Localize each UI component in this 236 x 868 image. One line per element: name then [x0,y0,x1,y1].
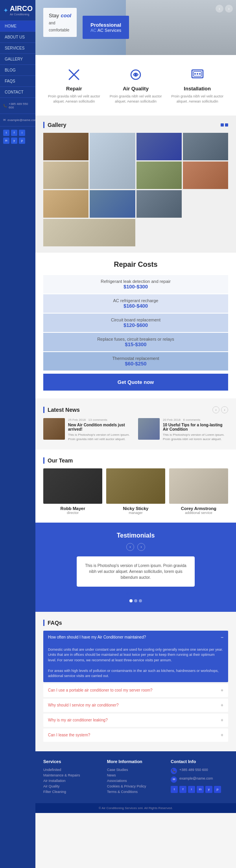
footer-link-news[interactable]: News [107,773,164,777]
news-arrows: ‹ › [212,406,228,413]
facebook-icon[interactable]: f [11,130,17,136]
testimonials-next-arrow[interactable]: › [137,543,145,551]
faq-toggle-1[interactable]: − [221,635,223,640]
footer-pinterest-icon[interactable]: p [214,786,221,793]
footer-instagram-icon[interactable]: i [188,786,195,793]
sidebar-phone: 📞 +385 489 550 600 [0,98,35,114]
hero-prev-arrow[interactable]: ‹ [216,5,223,13]
linkedin-icon[interactable]: in [3,138,9,144]
installation-title: Installation [170,86,224,92]
footer-grid: Services Undefinited Maintenance & Repai… [43,759,228,795]
sidebar-item-faqs[interactable]: FAQS [0,76,35,87]
repair-item-5: Thermostat replacement $60-$250 [43,352,228,371]
faq-question-5[interactable]: Can I lease the system? + [43,729,228,742]
gallery-item[interactable] [43,161,88,189]
main-content: ‹ › Stay cool and comfortable Profession… [35,0,236,868]
hero-comfortable: comfortable [49,28,69,32]
faq-question-2[interactable]: Can I use a portable air conditioner to … [43,684,228,697]
news-title-1[interactable]: New Air Condition models just arrived! [68,423,133,431]
footer-services-col: Services Undefinited Maintenance & Repai… [43,759,101,795]
twitter-icon[interactable]: t [3,130,9,136]
testimonials-prev-arrow[interactable]: ‹ [126,543,134,551]
gallery-item[interactable] [183,161,228,189]
footer-link-cookies[interactable]: Cookies & Privacy Policy [107,784,164,788]
faq-question-text-5: Can I lease the system? [48,733,90,737]
faq-question-4[interactable]: Why is my air conditioner leaking? + [43,714,228,727]
gallery-section: Gallery [35,116,236,253]
footer-email-text: example@name.com [179,776,213,780]
repair-price-4: $15-$300 [49,341,223,347]
news-prev-arrow[interactable]: ‹ [212,406,219,413]
youtube-icon[interactable]: y [11,138,17,144]
test-dot-2[interactable] [134,599,137,602]
team-photo-3 [169,468,228,504]
footer-link-filter[interactable]: Filter Cleaning [43,790,101,794]
instagram-icon[interactable]: i [19,130,25,136]
services-section: Repair Proin gravida nibh vel velit auct… [35,55,236,116]
faq-toggle-4[interactable]: + [221,718,223,723]
faq-question-text-3: Why should I service my air conditioner? [48,703,119,707]
faq-question-text-1: How often should I have my Air Condition… [48,635,146,639]
footer-link-air-quality[interactable]: Air Quality [43,784,101,788]
sidebar-item-contact[interactable]: CONTACT [0,87,35,98]
sidebar-item-services[interactable]: SERVICES [0,43,35,54]
gallery-item[interactable] [43,219,135,246]
faqs-section: FAQs How often should I have my Air Cond… [35,612,236,751]
footer-linkedin-icon[interactable]: in [197,786,204,793]
hero-arrows: ‹ › [216,5,233,13]
footer-twitter-icon[interactable]: t [171,786,178,793]
gallery-item[interactable] [183,133,228,160]
gallery-item[interactable] [136,133,182,160]
footer-youtube-icon[interactable]: y [205,786,212,793]
team-photo-2 [106,468,165,504]
footer-facebook-icon[interactable]: f [179,786,186,793]
faq-toggle-2[interactable]: + [221,688,223,693]
faq-question-3[interactable]: Why should I service my air conditioner?… [43,699,228,712]
gallery-title: Gallery [43,122,66,128]
footer-more-info-col: More Information Case Studies News Assoc… [107,759,164,795]
test-dot-3[interactable] [139,599,142,602]
news-title-2[interactable]: 10 Useful Tips for a long-lasting Air Co… [163,423,228,431]
faq-toggle-5[interactable]: + [221,732,223,738]
sidebar-item-about[interactable]: ABOUT US [0,32,35,43]
repair-item-2: AC refrigerant recharge $160-$400 [43,294,228,313]
gallery-item[interactable] [43,133,88,160]
sidebar-item-gallery[interactable]: GALLERY [0,54,35,65]
sidebar-nav: ✦ AIRCO Air Conditioning HOME ABOUT US S… [0,0,35,868]
testimonial-author: John doe [43,591,228,595]
team-name-3: Corey Armstrong [169,506,228,511]
air-quality-desc: Proin gravida nibh vel velit auctor aliq… [109,94,163,104]
logo-name: AIRCO [10,5,33,13]
sidebar-item-blog[interactable]: BLOG [0,65,35,76]
news-text-1: This is Photoshop's version of Lorem ips… [68,433,133,441]
footer-copyright: © Air Conditioning Services sml. All Rig… [35,803,236,813]
get-quote-button[interactable]: Get Quote now [43,374,228,391]
footer-link-terms[interactable]: Terms & Conditions [107,790,164,794]
footer-link-case-studies[interactable]: Case Studies [107,768,164,772]
footer-social-links: t f i in y p [171,786,228,793]
repair-costs-title: Repair Costs [43,261,228,269]
footer-link-air-installation[interactable]: Air Installation [43,779,101,783]
gallery-item[interactable] [90,190,135,218]
gallery-item[interactable] [43,190,88,218]
footer-link-undefinited[interactable]: Undefinited [43,768,101,772]
faq-question-1[interactable]: How often should I have my Air Condition… [43,631,228,644]
gallery-item[interactable] [90,133,135,189]
footer-link-maintenance[interactable]: Maintenance & Repairs [43,773,101,777]
faq-toggle-3[interactable]: + [221,703,223,708]
footer-contact-title: Contact Info [171,759,228,764]
hero-next-arrow[interactable]: › [225,5,233,13]
page-wrapper: ✦ AIRCO Air Conditioning HOME ABOUT US S… [0,0,236,868]
news-next-arrow[interactable]: › [221,406,228,413]
sidebar-item-home[interactable]: HOME [0,21,35,32]
gallery-item[interactable] [136,161,182,189]
news-header: Latest News ‹ › [43,406,228,413]
repair-item-3: Circuit board replacement $120-$600 [43,314,228,332]
hero-cta-box: Professional AC AC Services [83,16,129,39]
gallery-item[interactable] [136,190,182,218]
test-dot-1[interactable] [129,599,133,602]
footer-link-associations[interactable]: Associations [107,779,164,783]
services-grid: Repair Proin gravida nibh vel velit auct… [43,63,228,108]
repair-label-3: Circuit board replacement [49,317,223,322]
pinterest-icon[interactable]: p [19,138,25,144]
